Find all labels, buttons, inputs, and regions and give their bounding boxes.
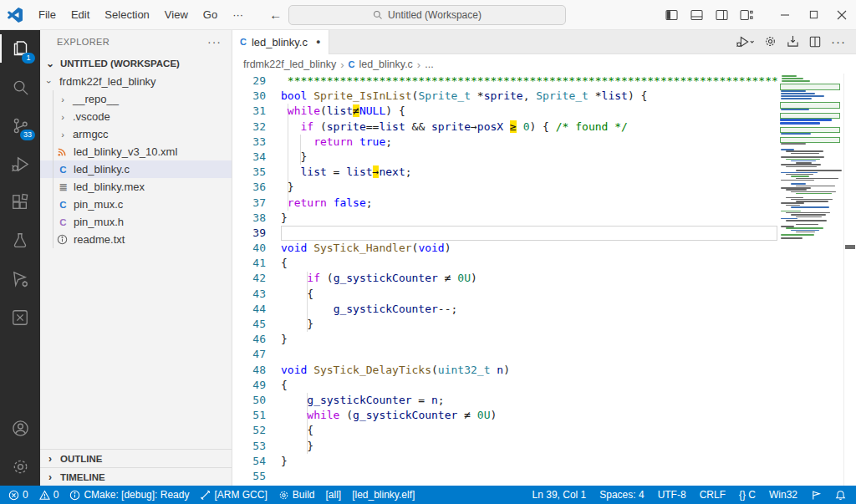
minimize-button[interactable] (771, 0, 799, 29)
line-number[interactable]: 29 (232, 74, 281, 89)
line-content[interactable]: } (281, 332, 777, 347)
file-pin-mux-h[interactable]: Cpin_mux.h (40, 213, 232, 231)
line-number[interactable]: 49 (232, 378, 281, 393)
navigate-back-icon[interactable]: ← (269, 8, 282, 22)
line-number[interactable]: 45 (232, 317, 281, 332)
status-cmake-status[interactable]: CMake: [debug]: Ready (69, 489, 189, 501)
line-number[interactable]: 37 (232, 196, 281, 211)
workspace-section-header[interactable]: ⌄ UNTITLED (WORKSPACE) (40, 54, 232, 73)
breadcrumb-item[interactable]: ... (425, 59, 433, 70)
line-content[interactable]: { (281, 287, 777, 302)
activitybar-source-control[interactable]: 33 (0, 106, 40, 145)
line-number[interactable]: 48 (232, 363, 281, 378)
line-content[interactable]: ****************************************… (281, 74, 777, 89)
line-number[interactable]: 44 (232, 302, 281, 317)
overview-ruler[interactable] (843, 74, 856, 486)
status-notifications[interactable] (835, 490, 846, 501)
status-cmake-build[interactable]: Build (278, 489, 315, 501)
close-button[interactable] (828, 0, 856, 29)
menu-edit[interactable]: Edit (64, 5, 97, 24)
line-number[interactable]: 36 (232, 180, 281, 195)
customize-layout-icon[interactable] (734, 0, 759, 29)
split-editor-icon[interactable] (809, 36, 821, 48)
activitybar-x-extension[interactable] (0, 298, 40, 337)
toggle-panel-icon[interactable] (684, 0, 709, 29)
menu-view[interactable]: View (157, 5, 196, 24)
code-line-42[interactable]: 42 if (g_systickCounter ≠ 0U) (232, 271, 777, 286)
status-encoding[interactable]: UTF-8 (658, 489, 686, 501)
command-center-search[interactable]: Untitled (Workspace) (288, 5, 566, 25)
code-line-55[interactable]: 55 (232, 469, 777, 484)
code-line-40[interactable]: 40void SysTick_Handler(void) (232, 241, 777, 256)
code-line-45[interactable]: 45 } (232, 317, 777, 332)
line-number[interactable]: 52 (232, 423, 281, 438)
folder--repo-[interactable]: ›__repo__ (40, 90, 232, 108)
status-language-mode[interactable]: {} C (739, 489, 756, 501)
code-line-53[interactable]: 53 } (232, 439, 777, 454)
line-content[interactable]: if (sprite==list && sprite→posX ≥ 0) { /… (281, 120, 777, 135)
line-content[interactable]: while (g_systickCounter ≠ 0U) (281, 408, 777, 423)
breadcrumb-item[interactable]: frdmk22f_led_blinky (243, 59, 336, 70)
status-cmake-kit[interactable]: [ARM GCC] (200, 489, 267, 501)
code-editor[interactable]: 29 *************************************… (232, 74, 777, 486)
modified-dot-icon[interactable]: ● (316, 38, 320, 46)
line-number[interactable]: 46 (232, 332, 281, 347)
toggle-sidebar-icon[interactable] (659, 0, 684, 29)
code-line-34[interactable]: 34 } (232, 150, 777, 165)
line-content[interactable] (281, 347, 777, 362)
line-number[interactable]: 31 (232, 104, 281, 119)
line-content[interactable]: if (g_systickCounter ≠ 0U) (281, 271, 777, 286)
run-debug-button[interactable] (736, 35, 754, 48)
line-content[interactable]: } (281, 317, 777, 332)
line-content[interactable]: { (281, 256, 777, 271)
status-eol[interactable]: CRLF (700, 489, 726, 501)
file-readme-txt[interactable]: readme.txt (40, 231, 232, 248)
code-line-37[interactable]: 37 return false; (232, 196, 777, 211)
folder-frdmk22f-led-blinky[interactable]: ›frdmk22f_led_blinky (40, 73, 232, 90)
code-line-41[interactable]: 41{ (232, 256, 777, 271)
menu-selection[interactable]: Selection (97, 5, 156, 24)
status-indentation[interactable]: Spaces: 4 (599, 489, 644, 501)
code-line-29[interactable]: 29 *************************************… (232, 74, 777, 89)
line-number[interactable]: 42 (232, 271, 281, 286)
line-number[interactable]: 53 (232, 439, 281, 454)
line-number[interactable]: 54 (232, 454, 281, 469)
line-content[interactable] (281, 226, 777, 241)
activitybar-extensions[interactable] (0, 183, 40, 221)
code-line-30[interactable]: 30bool Sprite_IsInList(Sprite_t *sprite,… (232, 89, 777, 104)
minimap[interactable] (777, 74, 844, 486)
line-content[interactable]: return true; (281, 135, 777, 150)
line-content[interactable]: { (281, 378, 777, 393)
line-content[interactable]: void SysTick_Handler(void) (281, 241, 777, 256)
menu-go[interactable]: Go (196, 5, 225, 24)
menu-[interactable]: ··· (225, 5, 251, 24)
line-content[interactable]: { (281, 423, 777, 438)
line-number[interactable]: 55 (232, 469, 281, 484)
line-content[interactable]: } (281, 454, 777, 469)
code-line-51[interactable]: 51 while (g_systickCounter ≠ 0U) (232, 408, 777, 423)
line-number[interactable]: 50 (232, 393, 281, 408)
code-line-32[interactable]: 32 if (sprite==list && sprite→posX ≥ 0) … (232, 120, 777, 135)
activitybar-test-beaker[interactable] (0, 221, 40, 260)
activitybar-account[interactable] (0, 409, 40, 447)
code-line-35[interactable]: 35 list = list→next; (232, 165, 777, 180)
line-content[interactable]: return false; (281, 196, 777, 211)
folder--vscode[interactable]: ›.vscode (40, 108, 232, 125)
line-content[interactable]: bool Sprite_IsInList(Sprite_t *sprite, S… (281, 89, 777, 104)
code-line-33[interactable]: 33 return true; (232, 135, 777, 150)
line-number[interactable]: 43 (232, 287, 281, 302)
breadcrumb-item[interactable]: led_blinky.c (359, 59, 412, 70)
line-content[interactable]: void SysTick_DelayTicks(uint32_t n) (281, 363, 777, 378)
code-line-52[interactable]: 52 { (232, 423, 777, 438)
status-platform[interactable]: Win32 (769, 489, 797, 501)
code-line-43[interactable]: 43 { (232, 287, 777, 302)
file-led-blinky-mex[interactable]: ≣led_blinky.mex (40, 178, 232, 196)
folder-armgcc[interactable]: ›armgcc (40, 125, 232, 143)
line-content[interactable]: g_systickCounter--; (281, 302, 777, 317)
line-number[interactable]: 33 (232, 135, 281, 150)
line-content[interactable]: } (281, 439, 777, 454)
more-actions-icon[interactable]: ··· (831, 34, 846, 48)
maximize-button[interactable] (799, 0, 828, 29)
status-cmake-target[interactable]: [all] (325, 489, 341, 501)
line-number[interactable]: 32 (232, 120, 281, 135)
